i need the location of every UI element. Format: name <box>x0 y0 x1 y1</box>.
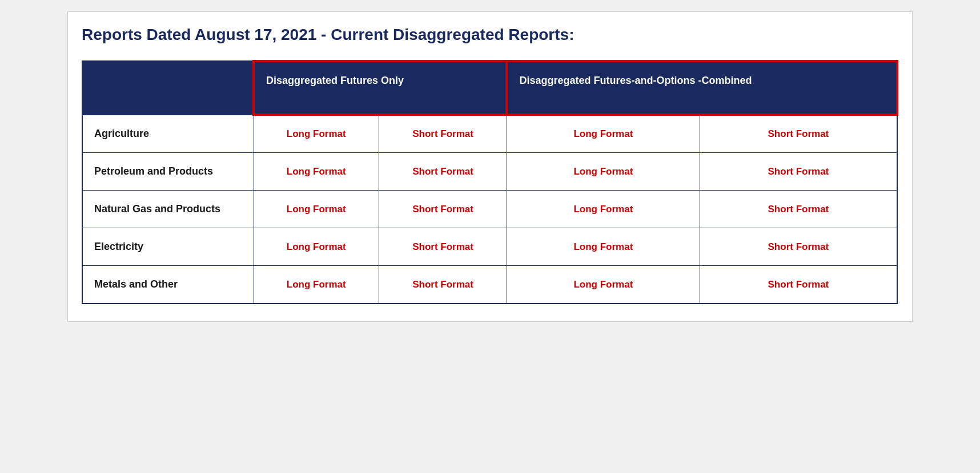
combined-long-link-cell: Long Format <box>507 191 700 228</box>
futures-long-link[interactable]: Long Format <box>287 241 346 252</box>
page-title: Reports Dated August 17, 2021 - Current … <box>82 23 898 46</box>
main-container: Reports Dated August 17, 2021 - Current … <box>67 11 913 322</box>
combined-short-header <box>700 100 897 115</box>
futures-short-link-cell: Short Format <box>379 153 507 191</box>
combined-long-link-cell: Long Format <box>507 153 700 191</box>
sub-labels-row <box>82 100 897 115</box>
combined-long-link[interactable]: Long Format <box>573 128 633 139</box>
combined-long-link-cell: Long Format <box>507 266 700 304</box>
futures-short-link-cell: Short Format <box>379 228 507 266</box>
empty-header <box>82 61 254 100</box>
sub-empty <box>82 100 254 115</box>
category-cell: Metals and Other <box>82 266 254 304</box>
futures-short-header <box>379 100 507 115</box>
combined-short-link-cell: Short Format <box>700 191 897 228</box>
combined-short-link-cell: Short Format <box>700 266 897 304</box>
futures-long-link-cell: Long Format <box>254 115 379 153</box>
category-cell: Natural Gas and Products <box>82 191 254 228</box>
combined-short-link-cell: Short Format <box>700 153 897 191</box>
futures-long-link[interactable]: Long Format <box>287 204 346 215</box>
futures-long-link[interactable]: Long Format <box>287 128 346 139</box>
reports-table: Disaggregated Futures Only Disaggregated… <box>82 60 898 304</box>
combined-short-link[interactable]: Short Format <box>768 241 829 252</box>
category-cell: Electricity <box>82 228 254 266</box>
futures-short-link[interactable]: Short Format <box>412 241 473 252</box>
table-row: Petroleum and ProductsLong FormatShort F… <box>82 153 897 191</box>
combined-short-link[interactable]: Short Format <box>768 128 829 139</box>
category-cell: Petroleum and Products <box>82 153 254 191</box>
combined-long-header <box>507 100 700 115</box>
combined-short-link[interactable]: Short Format <box>768 279 829 290</box>
combined-long-link-cell: Long Format <box>507 115 700 153</box>
combined-short-link[interactable]: Short Format <box>768 166 829 177</box>
futures-long-link-cell: Long Format <box>254 191 379 228</box>
futures-short-link[interactable]: Short Format <box>412 279 473 290</box>
futures-long-link[interactable]: Long Format <box>287 166 346 177</box>
futures-short-link-cell: Short Format <box>379 266 507 304</box>
category-cell: Agriculture <box>82 115 254 153</box>
table-row: ElectricityLong FormatShort FormatLong F… <box>82 228 897 266</box>
futures-long-link-cell: Long Format <box>254 228 379 266</box>
futures-long-link-cell: Long Format <box>254 153 379 191</box>
futures-short-link-cell: Short Format <box>379 191 507 228</box>
combined-long-link[interactable]: Long Format <box>573 166 633 177</box>
futures-long-link[interactable]: Long Format <box>287 279 346 290</box>
combined-header: Disaggregated Futures-and-Options -Combi… <box>507 61 897 100</box>
futures-short-link[interactable]: Short Format <box>412 128 473 139</box>
futures-long-link-cell: Long Format <box>254 266 379 304</box>
combined-short-link-cell: Short Format <box>700 228 897 266</box>
combined-long-link[interactable]: Long Format <box>573 279 633 290</box>
futures-only-header: Disaggregated Futures Only <box>254 61 507 100</box>
combined-short-link[interactable]: Short Format <box>768 204 829 215</box>
futures-short-link[interactable]: Short Format <box>412 204 473 215</box>
group-header-row: Disaggregated Futures Only Disaggregated… <box>82 61 897 100</box>
futures-short-link[interactable]: Short Format <box>412 166 473 177</box>
combined-long-link-cell: Long Format <box>507 228 700 266</box>
combined-short-link-cell: Short Format <box>700 115 897 153</box>
table-row: AgricultureLong FormatShort FormatLong F… <box>82 115 897 153</box>
table-row: Metals and OtherLong FormatShort FormatL… <box>82 266 897 304</box>
futures-short-link-cell: Short Format <box>379 115 507 153</box>
combined-long-link[interactable]: Long Format <box>573 204 633 215</box>
table-row: Natural Gas and ProductsLong FormatShort… <box>82 191 897 228</box>
futures-long-header <box>254 100 379 115</box>
combined-long-link[interactable]: Long Format <box>573 241 633 252</box>
